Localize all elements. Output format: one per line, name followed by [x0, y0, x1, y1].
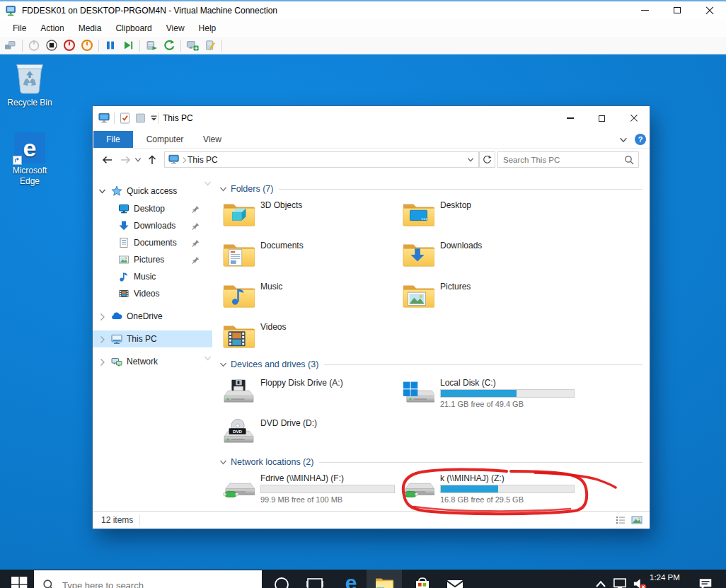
collapse-group-icon[interactable] [219, 185, 227, 193]
tray-clock[interactable]: 1:24 PM [650, 573, 680, 582]
chevron-right-icon[interactable] [98, 313, 106, 321]
menu-help[interactable]: Help [192, 21, 224, 36]
revert-button[interactable] [163, 39, 175, 52]
menu-file[interactable]: File [6, 21, 33, 36]
cortana-button[interactable] [272, 575, 291, 588]
toolbar-separator [98, 40, 99, 52]
search-box[interactable] [497, 151, 639, 168]
nav-scroll-chevron[interactable] [204, 180, 212, 188]
menu-action[interactable]: Action [33, 21, 71, 36]
tile-network-drive-z[interactable]: k (\\MINHAJ) (Z:) 16.8 GB free of 29.5 G… [402, 473, 579, 509]
microsoft-store-button[interactable] [413, 575, 432, 588]
file-explorer-window: This PC File Computer View ? [93, 106, 650, 529]
quick-access-icon [111, 185, 122, 197]
resume-button[interactable] [122, 39, 134, 52]
address-dropdown-icon[interactable] [467, 156, 474, 163]
desktop-icon-microsoft-edge[interactable]: e Microsoft Edge [4, 132, 55, 187]
tile-desktop[interactable]: Desktop [402, 200, 579, 236]
vm-close-button[interactable] [693, 1, 726, 19]
tile-pictures[interactable]: Pictures [402, 281, 579, 318]
sidebar-item-this-pc[interactable]: This PC [93, 330, 212, 347]
mail-button[interactable] [446, 575, 464, 588]
tab-computer[interactable]: Computer [137, 131, 193, 148]
taskbar-search-input[interactable] [62, 580, 232, 588]
chevron-down-icon[interactable] [98, 188, 106, 195]
tile-documents[interactable]: Documents [222, 240, 399, 277]
sidebar-item-onedrive[interactable]: OneDrive [93, 308, 212, 325]
taskbar-file-explorer-active[interactable] [367, 570, 402, 588]
sidebar-item-music[interactable]: Music [93, 268, 212, 285]
details-view-button[interactable] [615, 514, 626, 526]
taskbar-search-box[interactable] [34, 570, 262, 588]
action-center-button[interactable] [698, 576, 713, 588]
sidebar-item-pictures[interactable]: Pictures [93, 251, 212, 268]
save-vm-button[interactable] [81, 39, 93, 52]
collapse-group-icon[interactable] [219, 459, 227, 466]
tile-videos[interactable]: Videos [222, 321, 399, 358]
task-view-button[interactable] [306, 575, 324, 588]
nav-scroll-chevron[interactable] [204, 354, 212, 362]
sidebar-item-documents[interactable]: Documents [93, 234, 212, 251]
refresh-button[interactable] [479, 151, 495, 168]
edge-icon: e [14, 132, 45, 163]
group-header-devices[interactable]: Devices and drives (3) [219, 358, 643, 371]
tile-floppy-drive[interactable]: Floppy Disk Drive (A:) [222, 377, 399, 414]
group-header-network-locations[interactable]: Network locations (2) [219, 456, 643, 468]
explorer-close-button[interactable] [618, 106, 650, 130]
up-button[interactable] [144, 151, 161, 168]
menu-media[interactable]: Media [71, 21, 109, 36]
collapse-group-icon[interactable] [219, 361, 227, 369]
help-button[interactable]: ? [635, 134, 646, 145]
checkpoint-button[interactable] [186, 39, 199, 52]
explorer-minimize-button[interactable] [554, 106, 586, 130]
tray-volume-muted-icon[interactable] [633, 577, 647, 588]
rename-button[interactable] [204, 39, 217, 52]
tile-label: Pictures [440, 282, 471, 292]
address-bar[interactable]: This PC [164, 151, 479, 168]
taskbar-edge-button[interactable]: e [340, 572, 362, 588]
shut-down-button[interactable] [63, 39, 76, 52]
tile-music[interactable]: Music [222, 281, 399, 318]
turn-off-button[interactable] [45, 39, 58, 52]
tray-display-icon[interactable] [613, 577, 627, 588]
menu-clipboard[interactable]: Clipboard [108, 21, 159, 36]
sidebar-item-quick-access[interactable]: Quick access [93, 183, 212, 200]
start-vm-button[interactable] [28, 39, 40, 52]
tile-label: 3D Objects [260, 200, 302, 210]
sidebar-item-network[interactable]: Network [93, 353, 212, 370]
reset-button[interactable] [145, 39, 158, 52]
tile-local-disk-c[interactable]: Local Disk (C:) 21.1 GB free of 49.4 GB [402, 377, 579, 414]
expand-ribbon-icon[interactable] [619, 136, 628, 144]
tile-network-drive-f[interactable]: Fdrive (\\MINHAJ) (F:) 99.9 MB free of 1… [222, 473, 399, 509]
sidebar-item-desktop[interactable]: Desktop [93, 200, 212, 217]
chevron-right-icon[interactable] [98, 335, 106, 343]
pause-button[interactable] [104, 39, 117, 52]
status-separator [139, 514, 140, 526]
tab-view[interactable]: View [193, 131, 231, 148]
chevron-right-icon[interactable] [98, 358, 106, 366]
large-icons-view-button[interactable] [631, 514, 643, 526]
explorer-maximize-button[interactable] [586, 106, 618, 130]
ctrl-alt-del-button[interactable] [4, 39, 17, 52]
desktop-icon-recycle-bin[interactable]: Recycle Bin [3, 60, 57, 108]
new-folder-qat-icon[interactable] [135, 113, 146, 124]
tile-downloads[interactable]: Downloads [402, 240, 579, 277]
tile-label: DVD Drive (D:) [260, 418, 317, 428]
tile-3d-objects[interactable]: 3D Objects [222, 200, 399, 236]
vm-minimize-button[interactable] [628, 1, 661, 19]
recent-locations-dropdown[interactable] [132, 151, 144, 168]
forward-button[interactable] [117, 151, 134, 168]
sidebar-item-videos[interactable]: Videos [93, 285, 212, 302]
back-button[interactable] [98, 151, 115, 168]
vm-maximize-button[interactable] [661, 1, 693, 19]
start-button[interactable] [10, 575, 28, 588]
tile-dvd-drive[interactable]: DVD DVD Drive (D:) [222, 417, 399, 454]
sidebar-item-downloads[interactable]: Downloads [93, 217, 212, 234]
properties-qat-icon[interactable] [120, 113, 130, 124]
search-icon [624, 155, 634, 165]
tab-file[interactable]: File [93, 131, 133, 148]
group-header-folders[interactable]: Folders (7) [219, 183, 643, 195]
show-hidden-icons-button[interactable] [594, 578, 607, 588]
search-input[interactable] [498, 152, 638, 167]
menu-view[interactable]: View [159, 21, 192, 36]
